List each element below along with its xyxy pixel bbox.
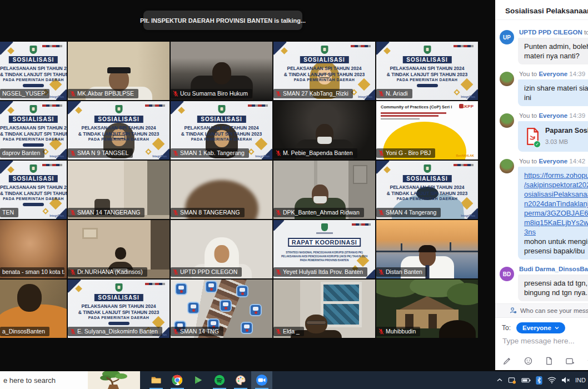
poster-line: & TINDAK LANJUT SPI TAHUN 2023 — [273, 72, 375, 77]
participant-tile[interactable]: MK.Akbar BPBJLPSE — [68, 42, 170, 100]
participant-tile[interactable]: SOSIALISASIPELAKSANAAN SPI TAHUN 2024& T… — [0, 42, 67, 100]
participant-tile[interactable]: RAPAT KOORDINASISTRATEGI NASIONAL PENCEG… — [273, 220, 375, 278]
taskbar-app-file-explorer[interactable] — [146, 371, 167, 389]
participant-tile[interactable]: SOSIALISASIPELAKSANAAN SPI TAHUN 2024& T… — [376, 161, 478, 219]
rakor-slide-title: RAPAT KOORDINASI — [288, 238, 361, 247]
participant-name-label: UPTD PPD CILEGON — [171, 267, 242, 277]
format-text-icon[interactable] — [503, 357, 511, 365]
language-indicator[interactable]: IND — [575, 377, 586, 383]
participant-name-label: SMAN 14 TANGERANG — [68, 208, 144, 217]
poster-line: PELAKSANAAN SPI TAHUN 2024 — [273, 66, 375, 71]
scene-shape — [223, 302, 228, 306]
participant-tile[interactable]: SOSIALISASIPELAKSANAAN SPI TAHUN 2024& T… — [0, 101, 67, 159]
scene-shape — [253, 307, 258, 311]
participant-tile[interactable]: Ucu Sumarna Biro Hukum — [171, 42, 272, 100]
scene-shape — [220, 107, 223, 111]
participant-tile[interactable]: benata - sman 10 kota t... — [0, 220, 67, 278]
poster-partner-logos — [42, 45, 62, 47]
participant-tile[interactable]: Dr.NURHANA (Kadinsos) — [68, 220, 170, 278]
chat-link[interactable]: https://forms.zohopub — [524, 171, 588, 180]
file-info: Paparan Sosi.3.03 MB — [545, 126, 588, 147]
privacy-person-icon — [510, 307, 517, 315]
taskbar-app-paint[interactable] — [230, 371, 251, 389]
participant-tile[interactable]: Muhibbudin — [376, 280, 478, 338]
poster-partner-logos — [42, 104, 62, 107]
participant-name-text: Distan Banten — [386, 268, 422, 275]
participant-tile[interactable]: SOSIALISASIPELAKSANAAN SPI TAHUN 2024& T… — [376, 42, 478, 100]
mic-muted-icon — [378, 269, 384, 275]
participant-name-text: TEN — [2, 209, 14, 216]
chat-link[interactable]: n2024danTindaklanjut — [524, 199, 588, 208]
poster-line: PADA PEMERINTAH DAERAH — [0, 137, 67, 141]
tray-app-icon[interactable] — [508, 376, 516, 385]
taskbar-search-box[interactable]: e here to search — [0, 371, 88, 389]
scene-shape — [426, 48, 428, 51]
chat-privacy-bar[interactable]: Who can see your messages — [495, 303, 588, 318]
message-text: Punten admin, boleh s — [524, 42, 588, 51]
screenshot-icon[interactable] — [566, 357, 575, 365]
battery-icon[interactable] — [521, 377, 531, 383]
participant-tile[interactable]: Community of Practices (CoP) Seri ILKPPB… — [376, 101, 478, 159]
participant-tile[interactable]: DPK_Banten_Ahmad Ridwan — [273, 161, 375, 219]
chat-link[interactable]: /sakipinspektorat2021/ — [524, 180, 588, 189]
taskbar-app-play-games[interactable] — [188, 371, 209, 389]
poster-footer-logo: IntegriPlus — [358, 95, 372, 98]
chat-message: BDBudi Darma_DinsosBanten tpresensi ada … — [495, 266, 588, 303]
mic-muted-icon — [173, 91, 178, 97]
participant-tile[interactable]: Elda _ — [273, 280, 375, 338]
participant-tile[interactable]: SMAN 14 TNG — [171, 280, 272, 338]
play-games-icon — [193, 375, 203, 385]
chevron-up-icon[interactable] — [496, 377, 503, 383]
participant-tile[interactable]: SMAN 14 TANGERANG — [68, 161, 170, 219]
paint-icon — [235, 375, 246, 386]
chat-link[interactable]: m8iq15KaELjbYs2w5m — [524, 218, 588, 227]
participant-name-text: a_DinsosBanten — [2, 328, 45, 335]
chat-link[interactable]: perma/3GZOBJAE6eO — [524, 208, 588, 218]
chat-link[interactable]: 3ns — [524, 227, 588, 237]
recipient-value: Everyone — [522, 325, 551, 331]
participant-tile[interactable]: SOSIALISASIPELAKSANAAN SPI TAHUN 2024& T… — [273, 42, 375, 100]
mic-muted-icon — [378, 210, 384, 216]
taskbar-app-spotify[interactable] — [209, 371, 230, 389]
taskbar-app-chrome[interactable] — [167, 371, 188, 389]
participant-tile[interactable]: SOSIALISASIPELAKSANAAN SPI TAHUN 2024& T… — [171, 101, 272, 159]
participant-name-label: a_DinsosBanten — [0, 327, 49, 336]
participant-tile[interactable]: SOSIALISASIPELAKSANAAN SPI TAHUN 2024& T… — [68, 101, 170, 159]
mic-muted-icon — [70, 150, 76, 156]
participant-tile[interactable]: Distan Banten — [376, 220, 478, 278]
bluetooth-icon[interactable] — [536, 376, 542, 385]
participant-tile[interactable]: UPTD PPD CILEGON — [171, 220, 272, 278]
scene-shape — [240, 288, 245, 292]
taskbar-app-zoom[interactable] — [251, 371, 272, 389]
participant-tile[interactable]: M. Pebie_Bapenda Banten — [273, 101, 375, 159]
poster-title-text: SOSIALISASI — [9, 116, 58, 123]
chat-link[interactable]: osialisasiPelaksanaanS — [524, 189, 588, 199]
header-text: 14:39 — [567, 71, 585, 77]
scene-shape — [323, 48, 326, 51]
cop-subtitle-bar — [381, 112, 446, 114]
person-hair — [418, 245, 436, 252]
banten-crest-logo — [30, 164, 37, 173]
chat-message: You to Everyone 14:39izin share materi s… — [495, 71, 588, 106]
header-text: 14:42 — [567, 158, 585, 164]
search-highlight-bonsai-image[interactable] — [88, 371, 140, 389]
chrome-icon — [172, 375, 183, 386]
volume-muted-icon[interactable] — [561, 376, 570, 384]
message-header: UPTD PPD CILEGON to Ever — [519, 29, 588, 36]
recipient-selector-button[interactable]: Everyone — [516, 322, 565, 333]
poster-title-text: SOSIALISASI — [197, 116, 246, 123]
participant-tile[interactable]: a_DinsosBanten — [0, 280, 67, 338]
participant-name-text: SMAN 8 TANGERANG — [180, 209, 240, 216]
wifi-icon[interactable] — [547, 377, 556, 383]
message-text: izin share materi siang — [524, 83, 588, 93]
participant-tile[interactable]: SOSIALISASIPELAKSANAAN SPI TAHUN 2024& T… — [68, 280, 170, 338]
participant-tile[interactable]: SOSIALISASIPELAKSANAAN SPI TAHUN 2024& T… — [0, 161, 67, 219]
active-speaker-banner: Plt. INSPEKTUR DAERAH PROVINSI BANTEN is… — [143, 11, 302, 30]
participant-tile[interactable]: SMAN 8 TANGERANG — [171, 161, 272, 219]
attach-file-icon[interactable] — [545, 357, 553, 365]
chat-message-list[interactable]: UPUPTD PPD CILEGON to EverPunten admin, … — [495, 24, 588, 303]
emoji-icon[interactable] — [524, 357, 532, 365]
file-attachment[interactable]: ✓Paparan Sosi.3.03 MB — [524, 125, 588, 148]
chat-message-input[interactable] — [502, 337, 588, 345]
banten-crest-logo — [115, 105, 122, 113]
